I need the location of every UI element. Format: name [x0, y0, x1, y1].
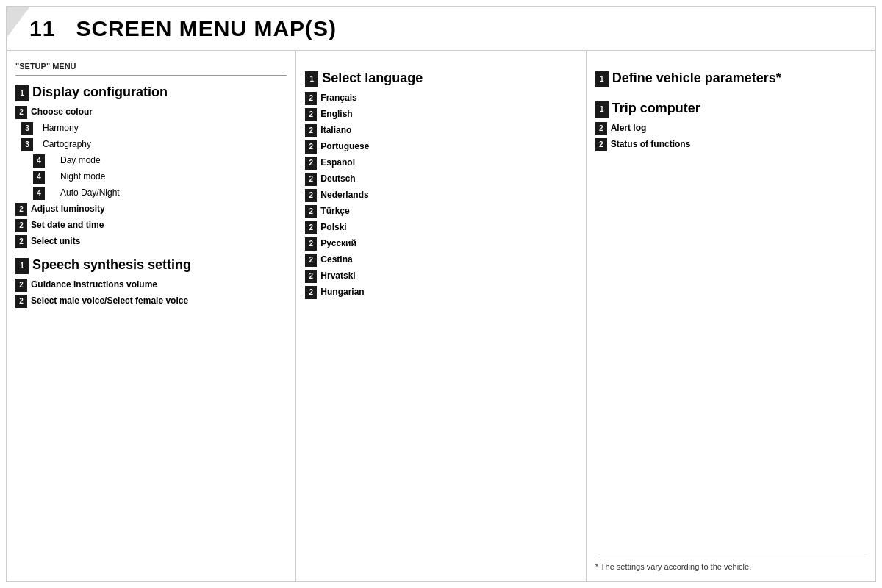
item-text: Adjust luminosity: [31, 203, 287, 215]
badge-level2: 2: [305, 286, 317, 299]
list-item: 2 Deutsch: [305, 173, 576, 186]
page-header: 11 SCREEN MENU MAP(S): [6, 6, 876, 51]
list-item: 2 Cestina: [305, 254, 576, 267]
item-text: Status of functions: [611, 138, 867, 151]
badge-level2: 2: [305, 189, 317, 202]
badge-level1: 1: [305, 71, 318, 87]
list-item: 3 Cartography: [15, 138, 287, 151]
list-item: 2 Русский: [305, 237, 576, 251]
item-text: Choose colour: [31, 106, 287, 118]
item-text: Select units: [31, 235, 287, 248]
list-item: 2 Français: [305, 92, 576, 105]
badge-level4: 4: [33, 171, 45, 184]
list-item: 2 Select units: [15, 235, 287, 248]
item-text: Speech synthesis setting: [32, 256, 287, 274]
badge-level4: 4: [33, 154, 45, 168]
list-item: 2 Türkçe: [305, 205, 576, 218]
item-text: Hrvatski: [320, 270, 576, 282]
item-text: Day mode: [49, 154, 287, 167]
badge-level2: 2: [305, 270, 317, 283]
item-text: Night mode: [49, 171, 287, 183]
item-text: Guidance instructions volume: [31, 279, 287, 291]
column-setup: "SETUP" MENU 1 Display configuration 2 C…: [7, 51, 296, 581]
item-text: Nederlands: [320, 189, 576, 201]
badge-level1: 1: [595, 71, 609, 87]
item-text: English: [320, 108, 576, 121]
list-item: 2 Nederlands: [305, 189, 576, 202]
list-item: 3 Harmony: [15, 122, 287, 135]
badge-level1: 1: [595, 101, 609, 118]
list-item: 2 Italiano: [305, 124, 576, 137]
badge-level4: 4: [33, 187, 45, 200]
list-item: 2 Hrvatski: [305, 270, 576, 283]
list-item: 4 Auto Day/Night: [15, 187, 287, 200]
badge-level2: 2: [305, 237, 317, 251]
setup-menu-label: "SETUP" MENU: [15, 62, 287, 76]
page-title: 11 SCREEN MENU MAP(S): [22, 16, 860, 41]
item-text: Türkçe: [320, 205, 576, 218]
badge-level2: 2: [595, 138, 607, 151]
list-item: 2 Hungarian: [305, 286, 576, 299]
badge-level2: 2: [15, 203, 27, 216]
column-language: 1 Select language 2 Français 2 English 2…: [296, 51, 586, 581]
badge-level2: 2: [15, 106, 27, 119]
list-item: 2 Guidance instructions volume: [15, 279, 287, 292]
item-text: Select language: [322, 69, 576, 87]
footnote: * The settings vary according to the veh…: [595, 556, 867, 571]
badge-level2: 2: [305, 140, 317, 154]
item-text: Cestina: [320, 254, 576, 266]
badge-level2: 2: [305, 157, 317, 170]
item-text: Display configuration: [32, 83, 287, 101]
item-text: Deutsch: [320, 173, 576, 185]
badge-level2: 2: [15, 279, 27, 292]
item-text: Français: [320, 92, 576, 104]
column-vehicle: 1 Define vehicle parameters* 1 Trip comp…: [587, 51, 875, 581]
badge-level3: 3: [21, 122, 33, 135]
item-text: Cartography: [37, 138, 287, 151]
list-item: 2 Polski: [305, 221, 576, 234]
badge-level2: 2: [305, 254, 317, 267]
item-text: Polski: [320, 221, 576, 234]
item-text: Define vehicle parameters*: [612, 69, 867, 87]
list-item: 4 Night mode: [15, 171, 287, 184]
badge-level3: 3: [21, 138, 33, 151]
list-item: 1 Trip computer: [595, 99, 867, 118]
item-text: Select male voice/Select female voice: [31, 295, 287, 307]
item-text: Set date and time: [31, 219, 287, 232]
list-item: 1 Speech synthesis setting: [15, 256, 287, 274]
list-item: 2 Portuguese: [305, 140, 576, 154]
list-item: 2 Español: [305, 157, 576, 170]
list-item: 1 Display configuration: [15, 83, 287, 101]
item-text: Alert log: [611, 122, 867, 135]
badge-level1: 1: [15, 85, 29, 101]
item-text: Trip computer: [612, 99, 867, 118]
list-item: 1 Define vehicle parameters*: [595, 69, 867, 87]
badge-level2: 2: [15, 295, 27, 308]
item-text: Hungarian: [320, 286, 576, 298]
list-item: 2 Status of functions: [595, 138, 867, 151]
list-item: 2 Choose colour: [15, 106, 287, 119]
list-item: 2 Adjust luminosity: [15, 203, 287, 216]
badge-level2: 2: [15, 235, 27, 248]
list-item: 1 Select language: [305, 69, 576, 87]
badge-level2: 2: [305, 205, 317, 218]
item-text: Auto Day/Night: [49, 187, 287, 199]
list-item: 2 English: [305, 108, 576, 121]
list-item: 4 Day mode: [15, 154, 287, 168]
item-text: Español: [320, 157, 576, 169]
badge-level1: 1: [15, 258, 29, 274]
item-text: Harmony: [37, 122, 287, 135]
list-item: 2 Select male voice/Select female voice: [15, 295, 287, 308]
item-text: Русский: [320, 237, 576, 250]
content-area: "SETUP" MENU 1 Display configuration 2 C…: [6, 51, 876, 582]
badge-level2: 2: [305, 221, 317, 234]
list-item: 2 Set date and time: [15, 219, 287, 232]
badge-level2: 2: [305, 124, 317, 137]
badge-level2: 2: [305, 108, 317, 121]
item-text: Portuguese: [320, 140, 576, 153]
badge-level2: 2: [305, 92, 317, 105]
badge-level2: 2: [305, 173, 317, 186]
badge-level2: 2: [15, 219, 27, 232]
list-item: 2 Alert log: [595, 122, 867, 135]
item-text: Italiano: [320, 124, 576, 137]
